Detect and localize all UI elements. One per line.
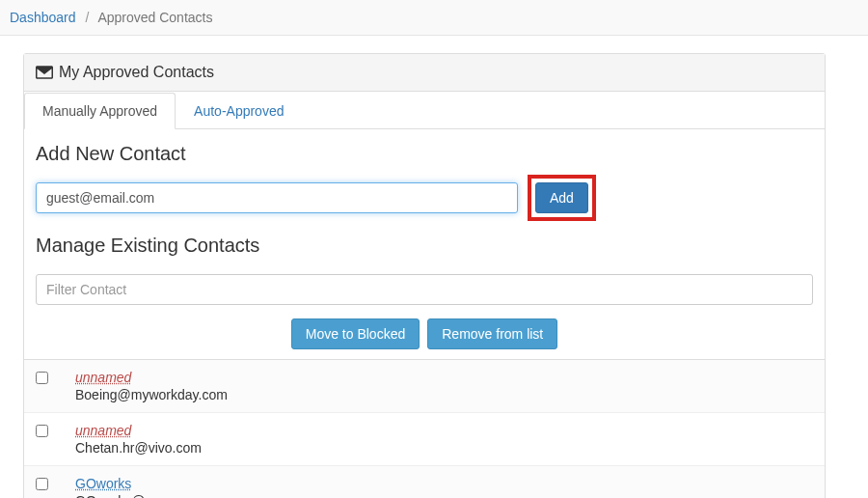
contact-checkbox[interactable] — [36, 478, 48, 490]
breadcrumb: Dashboard / Approved Contacts — [0, 0, 868, 36]
add-button[interactable]: Add — [535, 182, 588, 213]
tab-manually-approved[interactable]: Manually Approved — [24, 93, 176, 129]
new-contact-input[interactable] — [36, 182, 518, 213]
breadcrumb-root-link[interactable]: Dashboard — [10, 10, 76, 25]
tabs: Manually Approved Auto-Approved — [24, 92, 825, 129]
manage-contacts-title: Manage Existing Contacts — [36, 235, 813, 257]
contact-email: Chetan.hr@vivo.com — [75, 440, 202, 456]
add-button-highlight: Add — [528, 175, 596, 221]
contact-checkbox[interactable] — [36, 372, 48, 384]
tab-auto-approved[interactable]: Auto-Approved — [176, 93, 302, 129]
add-contact-title: Add New Contact — [36, 143, 813, 165]
approved-contacts-panel: My Approved Contacts Manually Approved A… — [23, 53, 826, 498]
contact-email: Boeing@myworkday.com — [75, 387, 228, 402]
filter-contact-input[interactable] — [36, 274, 813, 305]
move-to-blocked-button[interactable]: Move to Blocked — [291, 318, 420, 349]
contact-row: GOworksGOworks@greyorange.com — [24, 466, 825, 498]
contact-name[interactable]: unnamed — [75, 370, 228, 385]
manage-contacts-section: Manage Existing Contacts — [24, 229, 825, 274]
contact-list: unnamedBoeing@myworkday.comunnamedChetan… — [24, 359, 825, 498]
contact-row: unnamedChetan.hr@vivo.com — [24, 413, 825, 466]
contact-name[interactable]: GOworks — [75, 476, 243, 491]
breadcrumb-separator: / — [85, 10, 89, 25]
breadcrumb-current: Approved Contacts — [97, 10, 212, 25]
mail-icon — [36, 66, 53, 79]
panel-title: My Approved Contacts — [59, 64, 214, 81]
remove-from-list-button[interactable]: Remove from list — [427, 318, 557, 349]
contact-name[interactable]: unnamed — [75, 423, 202, 438]
contact-email: GOworks@greyorange.com — [75, 493, 243, 498]
panel-heading: My Approved Contacts — [24, 54, 825, 92]
bulk-action-row: Move to Blocked Remove from list — [24, 313, 825, 359]
contact-checkbox[interactable] — [36, 425, 48, 437]
add-contact-section: Add New Contact Add — [24, 129, 825, 229]
contact-row: unnamedBoeing@myworkday.com — [24, 360, 825, 413]
